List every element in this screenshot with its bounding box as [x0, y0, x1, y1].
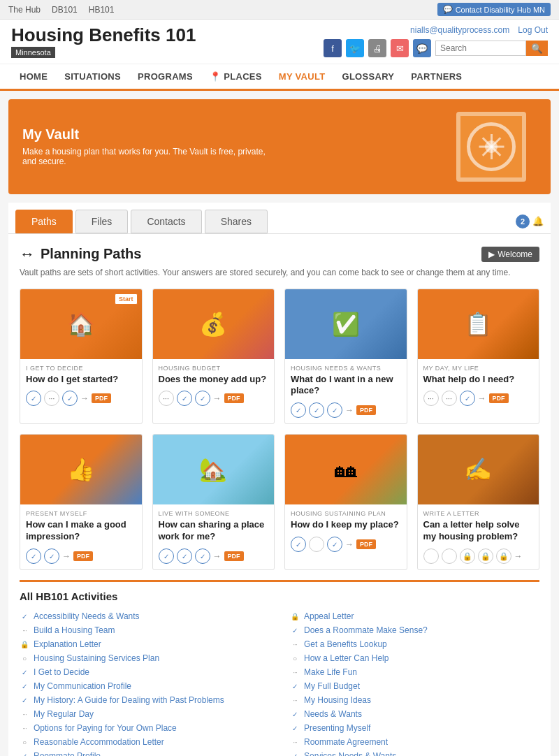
activity-link[interactable]: Reasonable Accommodation Letter	[34, 737, 164, 747]
activity-link[interactable]: Appeal Letter	[304, 611, 354, 621]
list-item: ✓ My Communication Profile	[20, 679, 269, 693]
activity-link[interactable]: Accessibility Needs & Wants	[34, 611, 140, 621]
activity-link[interactable]: Needs & Wants	[304, 709, 362, 719]
action-empty-8b[interactable]	[442, 548, 457, 564]
nav-programs[interactable]: PROGRAMS	[129, 64, 201, 89]
contact-button[interactable]: 💬 Contact Disability Hub MN	[437, 3, 551, 16]
action-pdf-4[interactable]: PDF	[489, 393, 509, 403]
action-check-6[interactable]: ✓	[159, 548, 174, 564]
action-check-3[interactable]: ✓	[291, 402, 306, 418]
action-arrow-3[interactable]: →	[345, 405, 354, 415]
activity-link[interactable]: Explanation Letter	[34, 639, 101, 649]
action-pdf-5[interactable]: PDF	[73, 551, 93, 561]
comment-icon[interactable]: 💬	[413, 39, 431, 57]
action-check-7b[interactable]: ✓	[327, 537, 342, 552]
action-dots-4b[interactable]: ···	[442, 391, 457, 406]
action-pdf-2[interactable]: PDF	[224, 393, 244, 403]
action-dots-4[interactable]: ···	[423, 391, 439, 406]
activity-link[interactable]: Build a Housing Team	[34, 625, 115, 635]
nav-glossary[interactable]: GLOSSARY	[333, 64, 402, 89]
facebook-icon[interactable]: f	[324, 39, 342, 57]
card-sharing: 🏡 LIVE WITH SOMEONE How can sharing a pl…	[152, 434, 275, 570]
card-illustration-6: 🏡	[153, 435, 275, 504]
breadcrumb-hb101[interactable]: HB101	[89, 5, 115, 15]
activity-link[interactable]: Roommate Profile	[34, 751, 101, 756]
action-lock-8c[interactable]: 🔒	[496, 548, 511, 564]
activity-link[interactable]: Services Needs & Wants	[304, 751, 396, 756]
welcome-button[interactable]: ▶ Welcome	[481, 247, 539, 262]
activity-link[interactable]: I Get to Decide	[34, 667, 89, 677]
action-pdf-7[interactable]: PDF	[356, 539, 376, 549]
tab-files[interactable]: Files	[75, 210, 129, 233]
card-illustration-7: 🏘	[285, 435, 407, 504]
action-empty-8a[interactable]	[423, 548, 439, 564]
action-check[interactable]: ✓	[26, 391, 41, 406]
activity-link[interactable]: Presenting Myself	[304, 723, 370, 733]
action-check-6b[interactable]: ✓	[177, 548, 192, 564]
nav-partners[interactable]: PARTNERS	[402, 64, 470, 89]
action-check-5b[interactable]: ✓	[44, 548, 59, 564]
activity-link[interactable]: My Housing Ideas	[304, 695, 371, 705]
card-body-4: MY DAY, MY LIFE What help do I need? ···…	[418, 359, 539, 412]
search-box[interactable]: 🔍	[435, 41, 548, 56]
vault-banner: My Vault Make a housing plan that works …	[8, 99, 551, 194]
action-arrow-4[interactable]: →	[478, 393, 486, 403]
activity-link[interactable]: Make Life Fun	[304, 667, 357, 677]
search-input[interactable]	[435, 41, 526, 56]
nav-home[interactable]: HOME	[11, 64, 56, 89]
action-dots[interactable]: ···	[44, 391, 59, 406]
breadcrumb-hub[interactable]: The Hub	[8, 5, 41, 15]
activity-link[interactable]: My Communication Profile	[34, 681, 131, 691]
activity-link[interactable]: My Regular Day	[34, 709, 94, 719]
action-check-3b[interactable]: ✓	[309, 402, 324, 418]
activity-link[interactable]: Options for Paying for Your Own Place	[34, 723, 177, 733]
notification-area[interactable]: 2 🔔	[516, 215, 544, 228]
action-check-5[interactable]: ✓	[26, 548, 41, 564]
action-pdf[interactable]: PDF	[92, 393, 111, 403]
action-arrow-7[interactable]: →	[345, 539, 354, 549]
action-check-2[interactable]: ✓	[177, 391, 192, 406]
action-arrow-6[interactable]: →	[213, 551, 222, 561]
activity-link[interactable]: Roommate Agreement	[304, 737, 388, 747]
action-check-3c[interactable]: ✓	[327, 402, 342, 418]
breadcrumb-db101[interactable]: DB101	[52, 5, 78, 15]
tab-shares[interactable]: Shares	[205, 210, 268, 233]
action-lock-8b[interactable]: 🔒	[478, 548, 493, 564]
activity-link[interactable]: Get a Benefits Lookup	[304, 639, 387, 649]
card-body-6: LIVE WITH SOMEONE How can sharing a plac…	[153, 504, 275, 569]
action-arrow[interactable]: →	[80, 393, 89, 403]
bell-icon[interactable]: 🔔	[532, 216, 544, 226]
tab-paths[interactable]: Paths	[15, 210, 73, 233]
action-arrow-5[interactable]: →	[62, 551, 71, 561]
user-email-link[interactable]: nialls@qualityprocess.com	[410, 25, 509, 35]
twitter-icon[interactable]: 🐦	[346, 39, 364, 57]
action-check-6c[interactable]: ✓	[195, 548, 210, 564]
nav-places[interactable]: 📍PLACES	[201, 64, 270, 89]
activity-link[interactable]: My Full Budget	[304, 681, 360, 691]
logout-link[interactable]: Log Out	[518, 25, 548, 35]
action-dots-2[interactable]: ···	[159, 391, 174, 406]
tab-contacts[interactable]: Contacts	[131, 210, 201, 233]
action-check-4[interactable]: ✓	[460, 391, 475, 406]
activity-link[interactable]: Does a Roommate Make Sense?	[304, 625, 428, 635]
print-icon[interactable]: 🖨	[368, 39, 386, 57]
activity-link[interactable]: My History: A Guide for Dealing with Pas…	[34, 695, 224, 705]
action-pdf-3[interactable]: PDF	[356, 405, 376, 415]
card-img-7: 🏘	[285, 435, 407, 504]
action-arrow-2[interactable]: →	[213, 393, 222, 403]
nav-my-vault[interactable]: MY VAULT	[270, 64, 334, 91]
action-lock-8a[interactable]: 🔒	[460, 548, 475, 564]
activity-link[interactable]: Housing Sustaining Services Plan	[34, 653, 159, 663]
search-button[interactable]: 🔍	[526, 41, 548, 56]
activity-link[interactable]: How a Letter Can Help	[304, 653, 389, 663]
nav-situations[interactable]: SITUATIONS	[56, 64, 129, 89]
action-empty-7[interactable]	[309, 537, 324, 552]
action-check-7[interactable]: ✓	[291, 537, 306, 552]
dots-icon: ···	[290, 669, 300, 676]
vault-illustration	[446, 112, 537, 182]
action-check2[interactable]: ✓	[62, 391, 78, 406]
action-check-2b[interactable]: ✓	[195, 391, 210, 406]
action-arrow-8[interactable]: →	[514, 551, 523, 561]
email-icon[interactable]: ✉	[391, 39, 409, 57]
action-pdf-6[interactable]: PDF	[224, 551, 244, 561]
